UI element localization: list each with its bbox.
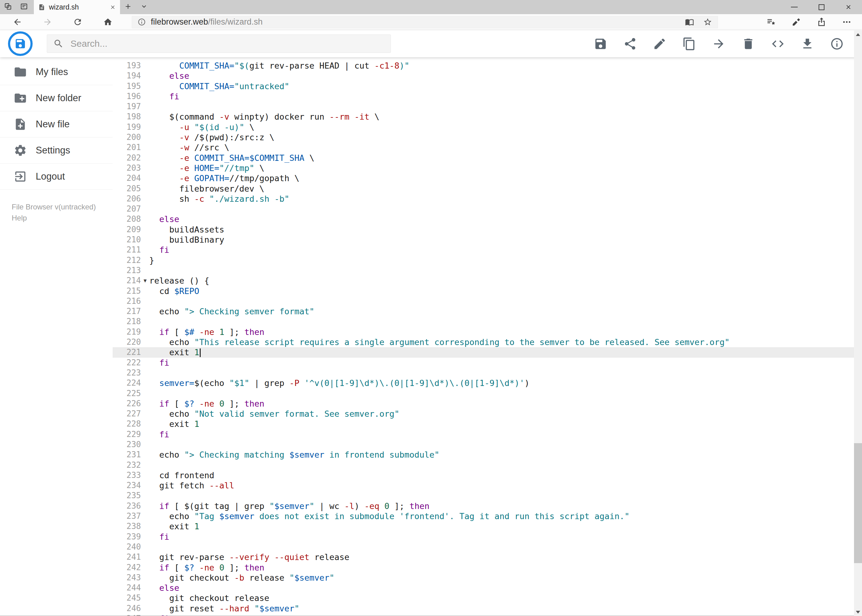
code-line-219[interactable]: 219 if [ $# -ne 1 ]; then: [113, 327, 862, 337]
code-line-225[interactable]: 225: [113, 388, 862, 399]
reading-view-icon[interactable]: [685, 17, 694, 27]
tab-list-button[interactable]: [136, 0, 152, 14]
raw-code-button[interactable]: [770, 36, 785, 51]
new-tab-button[interactable]: [120, 0, 136, 14]
code-line-231[interactable]: 231 echo "> Checking matching $semver in…: [113, 449, 862, 460]
code-line-201[interactable]: 201 -w //src \: [113, 142, 862, 152]
tab-close-icon[interactable]: [110, 4, 116, 10]
code-line-238[interactable]: 238 exit 1: [113, 521, 862, 531]
search-input[interactable]: [71, 38, 385, 49]
hub-button[interactable]: [764, 15, 778, 30]
home-button[interactable]: [100, 14, 116, 30]
sidebar-item-settings[interactable]: Settings: [0, 137, 113, 163]
code-line-223[interactable]: 223: [113, 368, 862, 378]
code-line-230[interactable]: 230: [113, 440, 862, 449]
browser-tab-wizard-sh[interactable]: wizard.sh: [34, 0, 120, 14]
code-line-224[interactable]: 224 semver=$(echo "$1" | grep -P '^v(0|[…: [113, 378, 862, 388]
fold-marker-icon[interactable]: ▾: [141, 275, 149, 286]
code-line-243[interactable]: 243 git checkout -b release "$semver": [113, 573, 862, 583]
sidebar-item-new-file[interactable]: New file: [0, 112, 113, 137]
code-line-233[interactable]: 233 cd frontend: [113, 470, 862, 480]
code-line-242[interactable]: 242 if [ $? -ne 0 ]; then: [113, 563, 862, 573]
code-line-210[interactable]: 210 buildBinary: [113, 235, 862, 245]
code-line-218[interactable]: 218: [113, 316, 862, 327]
code-line-237[interactable]: 237 echo "Tag $semver does not exist in …: [113, 511, 862, 521]
code-line-239[interactable]: 239 fi: [113, 532, 862, 542]
code-line-199[interactable]: 199 -u "$(id -u)" \: [113, 122, 862, 132]
scrollbar-down-button[interactable]: [854, 608, 862, 616]
code-line-212[interactable]: 212}: [113, 255, 862, 266]
close-window-button[interactable]: [835, 0, 862, 14]
code-line-198[interactable]: 198 $(command -v winpty) docker run --rm…: [113, 112, 862, 122]
code-line-244[interactable]: 244 else: [113, 583, 862, 593]
refresh-button[interactable]: [69, 14, 85, 30]
code-line-214[interactable]: 214▾release () {: [113, 275, 862, 286]
sidebar-item-logout[interactable]: Logout: [0, 163, 113, 190]
page-scrollbar[interactable]: [854, 30, 862, 616]
code-line-194[interactable]: 194 else: [113, 71, 862, 81]
back-button[interactable]: [9, 14, 25, 30]
code-line-245[interactable]: 245 git checkout release: [113, 593, 862, 603]
favorite-star-icon[interactable]: [703, 17, 712, 27]
minimize-button[interactable]: [781, 0, 808, 14]
share-page-button[interactable]: [814, 15, 829, 30]
more-button[interactable]: [839, 15, 854, 30]
code-line-215[interactable]: 215 cd $REPO: [113, 286, 862, 296]
code-line-226[interactable]: 226 if [ $? -ne 0 ]; then: [113, 399, 862, 409]
code-line-202[interactable]: 202 -e COMMIT_SHA=$COMMIT_SHA \: [113, 153, 862, 163]
code-line-193[interactable]: 193 COMMIT_SHA="$(git rev-parse HEAD | c…: [113, 61, 862, 71]
address-input[interactable]: filebrowser.web/files/wizard.sh: [132, 16, 718, 28]
code-line-241[interactable]: 241 git rev-parse --verify --quiet relea…: [113, 552, 862, 562]
code-line-204[interactable]: 204 -e GOPATH=//tmp/gopath \: [113, 173, 862, 183]
search-box[interactable]: [47, 35, 391, 53]
sidebar-item-new-folder[interactable]: New folder: [0, 85, 113, 112]
code-line-234[interactable]: 234 git fetch --all: [113, 480, 862, 490]
copy-button[interactable]: [682, 36, 697, 51]
show-set-aside-tabs-button[interactable]: [16, 0, 32, 14]
share-button[interactable]: [622, 36, 637, 51]
set-aside-tabs-button[interactable]: [0, 0, 16, 14]
move-button[interactable]: [711, 36, 726, 51]
code-line-200[interactable]: 200 -v /$(pwd):/src:z \: [113, 132, 862, 142]
help-link[interactable]: Help: [12, 212, 113, 223]
scrollbar-up-button[interactable]: [854, 30, 862, 38]
sidebar-item-my-files[interactable]: My files: [0, 59, 113, 85]
code-line-203[interactable]: 203 -e HOME="//tmp" \: [113, 163, 862, 173]
code-line-235[interactable]: 235: [113, 490, 862, 501]
code-line-240[interactable]: 240: [113, 542, 862, 552]
code-line-236[interactable]: 236 if [ $(git tag | grep "$semver" | wc…: [113, 501, 862, 511]
code-line-213[interactable]: 213: [113, 266, 862, 275]
code-line-246[interactable]: 246 git reset --hard "$semver": [113, 603, 862, 614]
site-info-icon[interactable]: [137, 18, 146, 26]
maximize-button[interactable]: [808, 0, 835, 14]
code-editor[interactable]: 193 COMMIT_SHA="$(git rev-parse HEAD | c…: [113, 57, 862, 616]
filebrowser-logo[interactable]: [8, 31, 33, 56]
code-line-220[interactable]: 220 echo "This release script requires a…: [113, 337, 862, 347]
code-line-195[interactable]: 195 COMMIT_SHA="untracked": [113, 81, 862, 91]
code-line-211[interactable]: 211 fi: [113, 245, 862, 255]
code-line-208[interactable]: 208 else: [113, 214, 862, 224]
delete-button[interactable]: [741, 36, 755, 51]
code-line-247[interactable]: 247 fi: [113, 614, 862, 616]
code-line-206[interactable]: 206 sh -c "./wizard.sh -b": [113, 194, 862, 204]
code-line-205[interactable]: 205 filebrowser/dev \: [113, 184, 862, 194]
code-line-196[interactable]: 196 fi: [113, 91, 862, 102]
code-line-217[interactable]: 217 echo "> Checking semver format": [113, 306, 862, 316]
code-line-227[interactable]: 227 echo "Not valid semver format. See s…: [113, 409, 862, 419]
code-line-222[interactable]: 222 fi: [113, 358, 862, 368]
code-line-207[interactable]: 207: [113, 204, 862, 214]
save-button[interactable]: [593, 36, 608, 51]
code-line-229[interactable]: 229 fi: [113, 429, 862, 440]
scrollbar-thumb[interactable]: [854, 443, 862, 563]
web-note-button[interactable]: [789, 15, 804, 30]
code-line-232[interactable]: 232: [113, 460, 862, 470]
info-button[interactable]: [829, 36, 844, 51]
code-line-197[interactable]: 197: [113, 102, 862, 112]
code-line-216[interactable]: 216: [113, 296, 862, 306]
code-line-228[interactable]: 228 exit 1: [113, 419, 862, 429]
code-line-209[interactable]: 209 buildAssets: [113, 225, 862, 235]
code-line-221[interactable]: 221 exit 1: [113, 347, 862, 357]
rename-button[interactable]: [652, 36, 667, 51]
download-button[interactable]: [800, 36, 815, 51]
forward-button[interactable]: [39, 14, 55, 30]
